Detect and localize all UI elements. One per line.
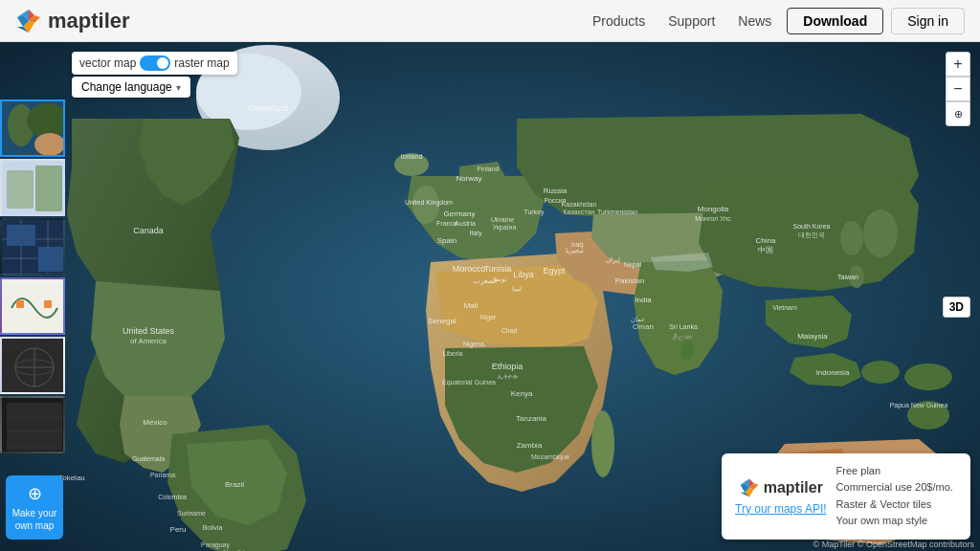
- svg-text:ليبيا: ليبيا: [512, 285, 522, 292]
- nav-products[interactable]: Products: [592, 13, 645, 29]
- map-thumbnail-4[interactable]: [0, 277, 65, 335]
- svg-text:China: China: [756, 236, 776, 245]
- make-map-icon: ⊕: [10, 483, 59, 505]
- svg-text:Malaysia: Malaysia: [797, 332, 828, 341]
- svg-text:Казахстан: Казахстан: [564, 209, 595, 215]
- svg-text:Монгол Улс: Монгол Улс: [695, 215, 731, 222]
- svg-text:ኢትዮጵ: ኢትዮጵ: [498, 373, 519, 380]
- svg-text:ශ්‍රී ලංකා: ශ්‍රී ලංකා: [672, 334, 692, 341]
- svg-text:عمان: عمان: [631, 316, 645, 323]
- make-map-button[interactable]: ⊕ Make your own map: [6, 475, 63, 540]
- svg-point-119: [15, 360, 54, 375]
- svg-text:Panama: Panama: [150, 472, 175, 478]
- header: maptiler Products Support News Download …: [0, 0, 980, 42]
- make-map-label-1: Make your: [12, 508, 57, 518]
- svg-rect-103: [7, 170, 33, 209]
- map-thumbnail-6[interactable]: [0, 396, 65, 453]
- svg-text:Україна: Україна: [493, 224, 517, 231]
- svg-text:Egypt: Egypt: [543, 266, 566, 276]
- svg-text:Nigeria: Nigeria: [463, 341, 484, 348]
- svg-text:Pakistan: Pakistan: [615, 276, 645, 285]
- svg-text:Guatemala: Guatemala: [132, 455, 165, 462]
- svg-text:Libya: Libya: [513, 270, 534, 279]
- make-map-label-2: own map: [15, 520, 55, 531]
- svg-text:Turkey: Turkey: [523, 209, 545, 216]
- info-line-4: Your own map style: [836, 513, 953, 530]
- map-type-toggle[interactable]: vector map raster map: [72, 52, 237, 75]
- svg-text:Tunisia: Tunisia: [484, 264, 512, 274]
- svg-text:Zambia: Zambia: [517, 441, 543, 450]
- svg-text:تونس: تونس: [491, 276, 507, 283]
- svg-text:Colombia: Colombia: [158, 494, 187, 500]
- svg-text:Greenland: Greenland: [248, 103, 288, 113]
- svg-text:Chad: Chad: [501, 327, 518, 334]
- svg-text:of America: of America: [130, 337, 167, 345]
- svg-rect-114: [44, 300, 52, 308]
- zoom-in-button[interactable]: +: [946, 52, 970, 77]
- svg-text:Finland: Finland: [478, 165, 500, 172]
- svg-text:Mexico: Mexico: [143, 418, 167, 427]
- info-line-1: Free plan: [836, 463, 953, 480]
- info-card-brand: maptiler: [764, 479, 823, 496]
- svg-text:إيران: إيران: [606, 256, 620, 264]
- map-thumbnail-5[interactable]: [0, 337, 65, 394]
- svg-text:Bolivia: Bolivia: [203, 524, 223, 531]
- svg-text:Austria: Austria: [455, 220, 476, 227]
- nav-news[interactable]: News: [738, 13, 771, 29]
- map-container[interactable]: Canada United States of America Mexico G…: [0, 42, 980, 551]
- svg-text:Equatorial Guinea: Equatorial Guinea: [442, 379, 496, 386]
- download-button[interactable]: Download: [787, 8, 883, 34]
- svg-rect-111: [38, 247, 63, 272]
- zoom-out-button[interactable]: −: [946, 77, 970, 101]
- svg-text:Vietnam: Vietnam: [772, 304, 797, 311]
- try-api-link[interactable]: Try our maps API!: [735, 502, 827, 516]
- svg-text:대한민국: 대한민국: [798, 231, 825, 239]
- svg-text:Suriname: Suriname: [177, 510, 206, 517]
- svg-text:Russia: Russia: [544, 187, 568, 195]
- svg-text:South Korea: South Korea: [793, 223, 831, 230]
- language-button[interactable]: Change language ▾: [72, 77, 190, 98]
- info-card[interactable]: maptiler Try our maps API! Free plan Com…: [722, 453, 970, 540]
- svg-point-17: [591, 410, 614, 477]
- map-thumbnail-panel: [0, 99, 65, 453]
- raster-map-label: raster map: [174, 56, 229, 70]
- svg-text:نيجيريا: نيجيريا: [566, 247, 584, 254]
- svg-text:Taiwan: Taiwan: [837, 274, 858, 280]
- svg-point-19: [904, 364, 952, 390]
- map-thumbnail-1[interactable]: [0, 99, 65, 157]
- svg-text:Kazakhstan: Kazakhstan: [562, 201, 597, 208]
- svg-text:Italy: Italy: [470, 230, 482, 237]
- svg-text:Iceland: Iceland: [401, 153, 423, 160]
- info-card-logo: maptiler Try our maps API!: [735, 477, 827, 516]
- svg-point-16: [680, 341, 694, 360]
- svg-text:Oman: Oman: [633, 322, 654, 331]
- logo[interactable]: maptiler: [15, 8, 130, 34]
- svg-text:Sri Lanka: Sri Lanka: [669, 323, 698, 330]
- signin-button[interactable]: Sign in: [891, 8, 965, 34]
- svg-text:Россия: Россия: [545, 197, 567, 204]
- nav-support[interactable]: Support: [668, 13, 715, 29]
- toggle-switch[interactable]: [140, 55, 170, 71]
- logo-text: maptiler: [48, 9, 130, 33]
- map-thumbnail-3[interactable]: [0, 218, 65, 276]
- vector-map-label: vector map: [79, 56, 136, 70]
- svg-text:United States: United States: [122, 326, 175, 336]
- svg-text:United Kingdom: United Kingdom: [405, 199, 453, 207]
- svg-rect-113: [16, 300, 24, 308]
- svg-text:Indonesia: Indonesia: [816, 368, 850, 377]
- svg-text:Mali: Mali: [464, 301, 479, 310]
- map-thumbnail-2[interactable]: [0, 159, 65, 216]
- svg-text:Ethiopia: Ethiopia: [492, 362, 523, 371]
- svg-text:Kenya: Kenya: [511, 389, 533, 398]
- svg-rect-110: [7, 225, 35, 246]
- svg-text:Paraguay: Paraguay: [201, 541, 230, 549]
- svg-text:Morocco: Morocco: [453, 264, 486, 274]
- zoom-controls[interactable]: + − ⊕: [946, 52, 970, 126]
- svg-text:Brazil: Brazil: [225, 480, 244, 489]
- logo-icon: [15, 8, 42, 34]
- 3d-button[interactable]: 3D: [943, 297, 970, 318]
- zoom-reset-button[interactable]: ⊕: [946, 101, 970, 126]
- svg-rect-104: [35, 165, 62, 211]
- info-line-2: Commercial use 20$/mo.: [836, 479, 953, 496]
- chevron-down-icon: ▾: [176, 82, 181, 93]
